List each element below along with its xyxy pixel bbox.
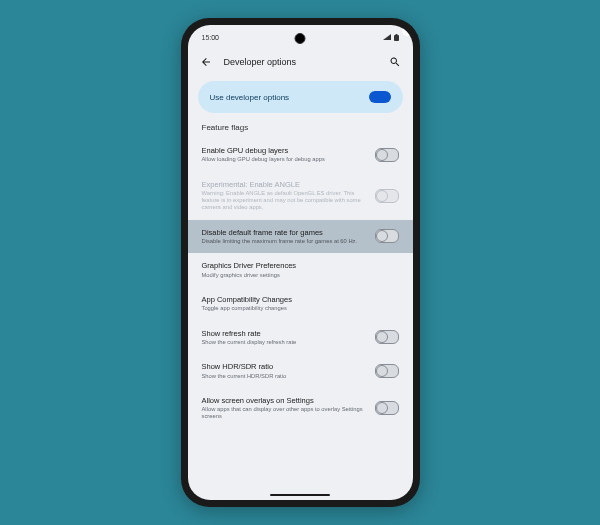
- toggle-switch[interactable]: [375, 364, 399, 378]
- row-subtitle: Warning: Enable ANGLE as default OpenGL …: [202, 190, 369, 212]
- toggle-switch: [375, 189, 399, 203]
- master-toggle-label: Use developer options: [210, 93, 290, 102]
- gesture-home-bar[interactable]: [270, 494, 330, 497]
- row-title: Graphics Driver Preferences: [202, 261, 399, 270]
- row-subtitle: Show the current HDR/SDR ratio: [202, 373, 369, 380]
- row-title: Show HDR/SDR ratio: [202, 362, 369, 371]
- row-disable-default-frame-rate[interactable]: Disable default frame rate for games Dis…: [188, 220, 413, 254]
- row-show-refresh-rate[interactable]: Show refresh rate Show the current displ…: [198, 321, 403, 355]
- row-subtitle: Show the current display refresh rate: [202, 339, 369, 346]
- signal-icon: [383, 34, 391, 40]
- row-gpu-debug-layers[interactable]: Enable GPU debug layers Allow loading GP…: [198, 138, 403, 172]
- row-show-hdr-sdr-ratio[interactable]: Show HDR/SDR ratio Show the current HDR/…: [198, 354, 403, 388]
- row-subtitle: Toggle app compatibility changes: [202, 305, 399, 312]
- row-allow-screen-overlays[interactable]: Allow screen overlays on Settings Allow …: [198, 388, 403, 429]
- svg-rect-1: [395, 34, 397, 36]
- status-icons: [383, 34, 399, 41]
- row-subtitle: Allow apps that can display over other a…: [202, 406, 369, 420]
- row-app-compatibility-changes[interactable]: App Compatibility Changes Toggle app com…: [198, 287, 403, 321]
- content-scroll[interactable]: Use developer options Feature flags Enab…: [188, 77, 413, 500]
- row-title: Disable default frame rate for games: [202, 228, 369, 237]
- battery-icon: [394, 34, 399, 41]
- page-title: Developer options: [224, 57, 377, 67]
- back-icon[interactable]: [200, 56, 212, 68]
- row-title: Show refresh rate: [202, 329, 369, 338]
- svg-rect-0: [394, 35, 399, 41]
- toggle-switch[interactable]: [375, 148, 399, 162]
- app-bar: Developer options: [188, 47, 413, 77]
- toggle-switch[interactable]: [375, 229, 399, 243]
- section-header: Feature flags: [202, 123, 399, 132]
- phone-frame: 15:00 Developer options Use developer op…: [181, 18, 420, 507]
- row-graphics-driver-preferences[interactable]: Graphics Driver Preferences Modify graph…: [198, 253, 403, 287]
- camera-punch-hole: [295, 33, 306, 44]
- row-enable-angle: Experimental: Enable ANGLE Warning: Enab…: [198, 172, 403, 220]
- row-subtitle: Allow loading GPU debug layers for debug…: [202, 156, 369, 163]
- status-time: 15:00: [202, 34, 220, 41]
- master-toggle-card[interactable]: Use developer options: [198, 81, 403, 113]
- master-toggle-switch[interactable]: [369, 91, 391, 103]
- row-subtitle: Modify graphics driver settings: [202, 272, 399, 279]
- screen: 15:00 Developer options Use developer op…: [188, 25, 413, 500]
- row-title: App Compatibility Changes: [202, 295, 399, 304]
- search-icon[interactable]: [389, 56, 401, 68]
- row-title: Allow screen overlays on Settings: [202, 396, 369, 405]
- row-title: Enable GPU debug layers: [202, 146, 369, 155]
- toggle-switch[interactable]: [375, 330, 399, 344]
- row-subtitle: Disable limiting the maximum frame rate …: [202, 238, 369, 245]
- row-title: Experimental: Enable ANGLE: [202, 180, 369, 189]
- toggle-switch[interactable]: [375, 401, 399, 415]
